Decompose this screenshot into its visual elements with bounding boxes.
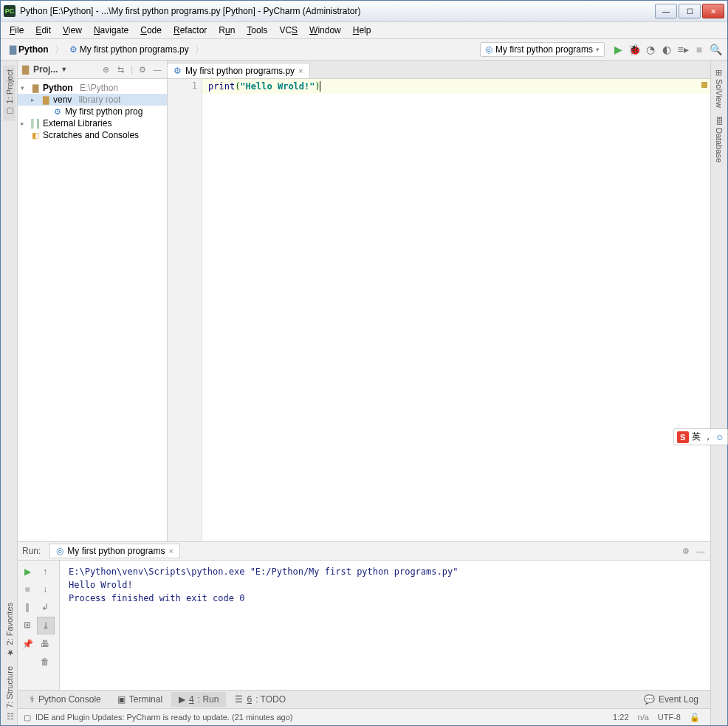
pin-button[interactable]: 📌 — [19, 636, 35, 652]
tree-file[interactable]: ⚙ My first python prog — [18, 106, 167, 117]
sciview-icon: ⊞ — [715, 69, 724, 76]
menu-window[interactable]: Window — [303, 24, 347, 37]
stop-button[interactable]: ■ — [19, 581, 35, 597]
tool-tab-database[interactable]: 🗄 Database — [713, 112, 725, 167]
soft-wrap-button[interactable]: ↲ — [37, 599, 53, 615]
tool-tab-run[interactable]: ▶4: Run — [171, 692, 226, 707]
terminal-icon: ▣ — [117, 694, 126, 705]
folder-icon: ▇ — [10, 44, 16, 55]
tool-tab-python-console[interactable]: ⚕Python Console — [22, 692, 109, 707]
tree-scratches[interactable]: ◧ Scratches and Consoles — [18, 129, 167, 141]
menu-run[interactable]: Run — [213, 24, 241, 37]
hide-panel-icon[interactable]: — — [152, 64, 162, 75]
minimize-button[interactable]: — — [655, 4, 677, 18]
editor-tab[interactable]: ⚙ My first python programs.py × — [167, 63, 310, 78]
tool-tab-project[interactable]: ▢ 1: Project — [3, 65, 16, 120]
coverage-button[interactable]: ◔ — [643, 42, 658, 57]
expand-arrow-icon[interactable]: ▸ — [21, 120, 28, 127]
scroll-from-source-icon[interactable]: ⊕ — [101, 64, 111, 75]
tree-external-libraries[interactable]: ▸ ║║ External Libraries — [18, 117, 167, 129]
tool-tab-terminal[interactable]: ▣Terminal — [110, 692, 170, 707]
folder-icon: ▇ — [30, 83, 41, 93]
tree-root-name: Python — [43, 83, 73, 93]
close-tab-icon[interactable]: × — [298, 66, 303, 75]
console-line: Process finished with exit code 0 — [69, 592, 701, 605]
library-folder-icon: ▇ — [41, 95, 51, 105]
python-icon: ◎ — [56, 546, 63, 556]
stop-button[interactable]: ■ — [692, 42, 707, 57]
scroll-to-end-button[interactable]: ⤓ — [37, 617, 55, 634]
down-stack-button[interactable]: ↓ — [37, 581, 53, 597]
expand-arrow-icon[interactable]: ▸ — [31, 96, 38, 103]
print-button[interactable]: 🖶 — [37, 636, 53, 652]
main-column: ▇ Proj...▼ ⊕ ⇆ | ⚙ — ▾ ▇ — [18, 61, 710, 725]
breadcrumb-file[interactable]: ⚙ My first python programs.py — [65, 43, 193, 56]
settings-icon[interactable]: ⚙ — [137, 64, 148, 75]
pause-button[interactable]: ‖ — [19, 599, 35, 615]
menu-vcs[interactable]: VCS — [273, 24, 303, 37]
ime-indicator[interactable]: S 英 ， ☺ — [673, 428, 728, 445]
right-tool-stripe: ⊞ SciView 🗄 Database — [710, 61, 727, 725]
tool-windows-icon[interactable]: ▢ — [24, 713, 31, 722]
menu-code[interactable]: Code — [134, 24, 168, 37]
breadcrumb-root[interactable]: ▇ Python — [5, 43, 53, 56]
console-output[interactable]: E:\Python\venv\Scripts\python.exe "E:/Py… — [60, 561, 710, 690]
file-encoding[interactable]: UTF-8 — [653, 713, 685, 722]
window-title: Python [E:\Python] - ...\My first python… — [20, 6, 655, 16]
menu-file[interactable]: File — [4, 24, 30, 37]
tool-tab-favorites[interactable]: ★ 2: Favorites — [3, 598, 16, 662]
menu-edit[interactable]: Edit — [30, 24, 57, 37]
run-button[interactable]: ▶ — [611, 42, 625, 57]
up-stack-button[interactable]: ↑ — [37, 564, 53, 580]
event-log-button[interactable]: 💬Event Log — [636, 692, 706, 707]
hide-panel-icon[interactable]: — — [696, 546, 706, 556]
editor-tabs: ⚙ My first python programs.py × — [168, 61, 710, 79]
folder-icon: ▇ — [22, 64, 29, 75]
menu-navigate[interactable]: Navigate — [88, 24, 134, 37]
tool-tab-sciview[interactable]: ⊞ SciView — [713, 65, 726, 112]
editor-area: ⚙ My first python programs.py × 1 print(… — [168, 61, 710, 541]
line-separator[interactable]: n/a — [633, 713, 653, 722]
menu-help[interactable]: Help — [347, 24, 377, 37]
clear-all-button[interactable]: 🗑 — [37, 654, 53, 670]
structure-icon: ☷ — [4, 711, 14, 721]
tree-root-path: E:\Python — [80, 83, 118, 93]
tree-venv-name: venv — [53, 95, 72, 105]
tree-venv-suffix: library root — [79, 95, 121, 105]
cursor-position[interactable]: 1:22 — [608, 713, 633, 722]
pycharm-window: PC Python [E:\Python] - ...\My first pyt… — [0, 0, 728, 726]
run-icon: ▶ — [179, 694, 185, 705]
tool-tab-structure[interactable]: ☷ 7: Structure — [3, 662, 16, 725]
search-everywhere-button[interactable]: 🔍 — [708, 42, 723, 57]
navigation-bar: ▇ Python 〉 ⚙ My first python programs.py… — [1, 39, 727, 61]
tree-root[interactable]: ▾ ▇ Python E:\Python — [18, 82, 167, 94]
collapse-all-icon[interactable]: ⇆ — [116, 64, 126, 75]
menu-view[interactable]: View — [57, 24, 88, 37]
layout-button[interactable]: ⊞ — [19, 617, 35, 633]
lock-icon[interactable]: 🔓 — [685, 713, 704, 722]
profiler-button[interactable]: ◐ — [659, 42, 674, 57]
editor-split: ▇ Proj...▼ ⊕ ⇆ | ⚙ — ▾ ▇ — [18, 61, 710, 541]
tree-venv[interactable]: ▸ ▇ venv library root — [18, 94, 167, 106]
titlebar: PC Python [E:\Python] - ...\My first pyt… — [1, 1, 727, 22]
settings-icon[interactable]: ⚙ — [681, 546, 691, 556]
menu-refactor[interactable]: Refactor — [168, 24, 213, 37]
project-icon: ▢ — [4, 106, 14, 116]
close-tab-icon[interactable]: × — [168, 547, 173, 555]
menu-tools[interactable]: Tools — [241, 24, 273, 37]
bottom-tool-stripe: ⚕Python Console ▣Terminal ▶4: Run ☰6: TO… — [18, 690, 710, 708]
rerun-button[interactable]: ▶ — [19, 564, 35, 580]
code-editor[interactable]: 1 print("Hello Wrold!") — [168, 79, 710, 541]
concurrency-button[interactable]: ≡▸ — [676, 42, 690, 57]
code-line-1[interactable]: print("Hello Wrold!") — [202, 79, 710, 94]
maximize-button[interactable]: ☐ — [679, 4, 701, 18]
run-configuration-selector[interactable]: ◎ My first python programs ▾ — [480, 42, 605, 57]
debug-button[interactable]: 🐞 — [627, 42, 642, 57]
tool-tab-todo[interactable]: ☰6: TODO — [227, 692, 293, 707]
expand-arrow-icon[interactable]: ▾ — [21, 84, 28, 92]
run-panel-title: Run: — [22, 546, 41, 556]
run-tab-label: My first python programs — [67, 546, 165, 556]
close-button[interactable]: ✕ — [702, 4, 724, 18]
run-panel-tab[interactable]: ◎ My first python programs × — [49, 544, 179, 558]
run-config-label: My first python programs — [495, 44, 593, 55]
